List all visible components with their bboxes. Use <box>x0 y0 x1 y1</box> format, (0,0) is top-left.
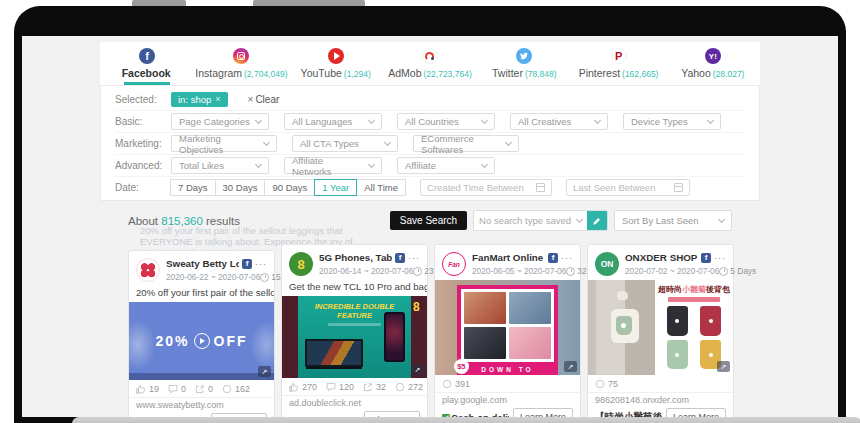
chevron-down-icon <box>718 216 725 223</box>
saved-search-dropdown[interactable]: No search type saved <box>473 210 608 231</box>
ad-domain-link[interactable]: www.sweatybetty.com <box>129 398 274 411</box>
learn-more-button[interactable]: Learn More <box>513 408 573 417</box>
reach-icon <box>595 379 605 389</box>
select-languages[interactable]: All Languages <box>284 113 382 130</box>
ad-card-sweaty-betty: Sweaty Betty London | Wom... f ··· 2020-… <box>128 250 275 417</box>
chip-remove-icon[interactable]: × <box>215 94 220 104</box>
network-tabbar: f Facebook Instagram(2,704,049) YouTube(… <box>100 42 760 86</box>
shoe-photo <box>509 292 551 324</box>
facebook-icon: f <box>701 253 711 263</box>
ad-body-text: Get the new TCL 10 Pro and bag a free TC… <box>282 280 427 296</box>
ee-logo: 8 <box>413 300 420 314</box>
select-affiliate[interactable]: Affiliate <box>397 157 495 174</box>
range-7-days[interactable]: 7 Days <box>170 179 216 196</box>
advertiser-title[interactable]: ONXDER SHOP <box>625 252 698 263</box>
filter-panel: Selected: in: shop× ×Clear Basic: Page C… <box>100 86 760 201</box>
shoe-photo <box>464 292 506 324</box>
ad-duration: 5 Days <box>730 266 756 276</box>
model-photo <box>588 280 655 375</box>
range-1-year[interactable]: 1 Year <box>314 179 357 196</box>
select-cta-types[interactable]: All CTA Types <box>292 135 398 152</box>
ad-card-fanmart: Fan FanMart Online Shopping - F... f ···… <box>434 244 581 417</box>
expand-icon[interactable] <box>258 366 271 377</box>
chevron-down-icon <box>384 139 391 146</box>
range-all-time[interactable]: All Time <box>356 179 406 196</box>
ad-domain-link[interactable]: ad.doubleclick.net <box>282 396 427 409</box>
date-filter-row: Date: 7 Days 30 Days 90 Days 1 Year All … <box>115 176 745 198</box>
facebook-icon: f <box>548 253 558 263</box>
select-marketing-objectives[interactable]: Marketing Objectives <box>171 135 277 152</box>
select-creatives[interactable]: All Creatives <box>510 113 608 130</box>
selected-filter-row: Selected: in: shop× ×Clear <box>115 88 745 110</box>
shoe-photo <box>509 327 551 359</box>
ad-creative-image[interactable]: $5 DOWN TO <box>435 280 580 375</box>
advertiser-logo: 8 <box>289 252 313 276</box>
ad-stats-row: 75 <box>588 375 733 393</box>
advertiser-title[interactable]: 5G Phones, Tablets & SIMs | ... <box>319 252 392 263</box>
tab-pinterest[interactable]: P Pinterest(162,665) <box>571 42 665 85</box>
edit-saved-search-button[interactable] <box>587 211 607 230</box>
range-30-days[interactable]: 30 Days <box>215 179 266 196</box>
chevron-down-icon <box>481 161 488 168</box>
clear-filters-button[interactable]: ×Clear <box>248 94 280 105</box>
date-range-segments: 7 Days 30 Days 90 Days 1 Year All Time <box>171 179 406 196</box>
yahoo-icon: Y! <box>705 48 721 64</box>
more-menu-icon[interactable]: ··· <box>561 255 573 261</box>
last-seen-between-input[interactable]: Last Seen Between <box>566 179 690 196</box>
expand-icon[interactable] <box>564 361 577 372</box>
tab-facebook[interactable]: f Facebook <box>100 42 194 85</box>
sort-dropdown[interactable]: Sort By Last Seen <box>614 210 732 231</box>
advertiser-title[interactable]: Sweaty Betty London | Wom... <box>166 258 239 269</box>
ad-domain-link[interactable]: play.google.com <box>435 393 580 406</box>
tab-label: Yahoo <box>681 67 711 79</box>
ad-body-text: 20% off your first pair of the sellout l… <box>129 286 274 302</box>
select-device-types[interactable]: Device Types <box>623 113 721 130</box>
ad-stats-row: 270 120 32 272 <box>282 378 427 396</box>
select-countries[interactable]: All Countries <box>397 113 495 130</box>
ad-card-onxder: ON ONXDER SHOP f ··· 2020-07-02 ~ 2020-0… <box>587 244 734 417</box>
ad-stats-row: 391 <box>435 375 580 393</box>
date-label: Date: <box>115 182 171 193</box>
play-icon[interactable] <box>194 333 210 349</box>
more-menu-icon[interactable]: ··· <box>408 255 420 261</box>
selected-chip-in-shop[interactable]: in: shop× <box>171 92 228 107</box>
ad-stats-row: 19 0 0 162 <box>129 380 274 398</box>
created-time-between-input[interactable]: Created Time Between <box>420 179 552 196</box>
tab-yahoo[interactable]: Y! Yahoo(28,027) <box>666 42 760 85</box>
more-menu-icon[interactable]: ··· <box>714 255 726 261</box>
tab-instagram[interactable]: Instagram(2,704,049) <box>194 42 288 85</box>
reach-icon <box>222 384 232 394</box>
ad-date-range: 2020-07-02 ~ 2020-07-06 <box>625 266 719 276</box>
calendar-icon <box>536 183 545 192</box>
backpack-photo <box>700 306 721 336</box>
youtube-icon <box>328 48 344 64</box>
ad-creative-image[interactable]: INCREDIBLE DOUBLE FEATURE 8 <box>282 296 427 378</box>
more-menu-icon[interactable]: ··· <box>255 261 267 267</box>
ad-date-range: 2020-06-05 ~ 2020-07-06 <box>472 266 566 276</box>
ad-creative-image[interactable]: 超時尚小雛菊後背包 <box>588 280 733 375</box>
chevron-down-icon <box>481 117 488 124</box>
chevron-down-icon <box>255 117 262 124</box>
tab-admob[interactable]: AdMob(22,723,764) <box>383 42 477 85</box>
learn-more-button[interactable]: Learn More <box>666 408 726 417</box>
tab-twitter[interactable]: Twitter(78,848) <box>477 42 571 85</box>
expand-icon[interactable] <box>717 361 730 372</box>
calendar-icon <box>674 183 683 192</box>
range-90-days[interactable]: 90 Days <box>264 179 315 196</box>
save-search-button[interactable]: Save Search <box>390 211 467 230</box>
tab-youtube[interactable]: YouTube(1,294) <box>289 42 383 85</box>
select-affiliate-networks[interactable]: Affiliate Networks <box>284 157 382 174</box>
chevron-down-icon <box>576 216 583 223</box>
select-ecommerce-softwares[interactable]: ECommerce Softwares <box>413 135 519 152</box>
pinterest-icon: P <box>611 48 627 64</box>
advertiser-logo: Fan <box>442 252 466 276</box>
expand-icon[interactable] <box>411 364 424 375</box>
advertiser-title[interactable]: FanMart Online Shopping - F... <box>472 252 545 263</box>
ad-creative-image[interactable]: 20% OFF <box>129 302 274 380</box>
ad-domain-link[interactable]: 986208148.onxder.com <box>588 393 733 406</box>
select-page-categories[interactable]: Page Categories <box>171 113 269 130</box>
ad-date-range: 2020-06-14 ~ 2020-07-06 <box>319 266 413 276</box>
active-tab-underline <box>124 82 170 85</box>
select-total-likes[interactable]: Total Likes <box>171 157 269 174</box>
facebook-icon: f <box>242 259 252 269</box>
